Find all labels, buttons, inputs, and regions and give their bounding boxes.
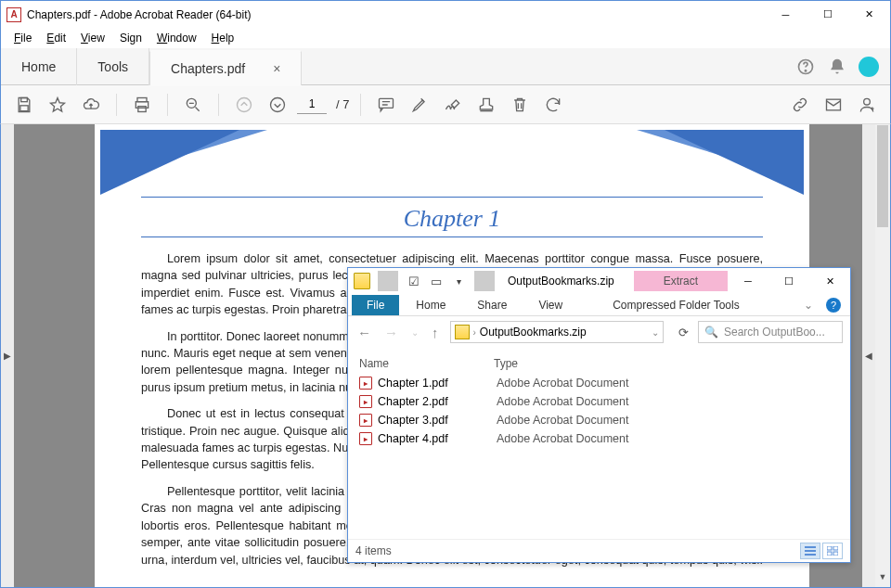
zip-icon <box>352 271 372 291</box>
tab-tools[interactable]: Tools <box>77 48 149 85</box>
menu-help[interactable]: Help <box>206 30 240 46</box>
refresh-icon[interactable]: ⟳ <box>678 326 689 339</box>
acrobat-titlebar: A Chapters.pdf - Adobe Acrobat Reader (6… <box>0 0 891 28</box>
menu-window[interactable]: Window <box>151 30 202 46</box>
explorer-close-button[interactable]: ✕ <box>809 268 850 294</box>
col-type[interactable]: Type <box>494 357 518 370</box>
page-total: / 7 <box>336 97 349 111</box>
zoom-icon[interactable] <box>179 91 207 119</box>
file-row[interactable]: ▸ Chapter 4.pdf Adobe Acrobat Document <box>357 429 841 448</box>
svg-point-1 <box>805 70 806 71</box>
file-name: Chapter 3.pdf <box>378 414 491 427</box>
explorer-navbar: ← → ⌄ ↑ › OutputBookmarks.zip ⌄ ⟳ 🔍 Sear… <box>348 316 850 348</box>
save-icon[interactable] <box>10 91 38 119</box>
nav-up-icon[interactable]: ↑ <box>430 325 441 340</box>
page-number-input[interactable] <box>297 96 327 114</box>
ribbon-view[interactable]: View <box>523 295 577 315</box>
close-button[interactable]: ✕ <box>848 1 890 28</box>
star-icon[interactable] <box>44 91 71 119</box>
nav-recent-icon[interactable]: ⌄ <box>409 327 420 338</box>
pdf-icon: ▸ <box>359 432 372 445</box>
extract-context-tab[interactable]: Extract <box>634 271 728 291</box>
sign-icon[interactable] <box>439 91 467 119</box>
svg-rect-2 <box>21 97 28 101</box>
tab-document[interactable]: Chapters.pdf × <box>149 50 302 85</box>
col-name[interactable]: Name <box>359 357 494 370</box>
item-count: 4 items <box>355 544 392 557</box>
cloud-upload-icon[interactable] <box>77 91 105 119</box>
search-icon: 🔍 <box>704 326 718 339</box>
decor-triangle <box>100 130 239 195</box>
file-name: Chapter 4.pdf <box>378 432 491 445</box>
email-icon[interactable] <box>820 91 847 119</box>
menu-sign[interactable]: Sign <box>114 30 148 46</box>
file-row[interactable]: ▸ Chapter 2.pdf Adobe Acrobat Document <box>357 392 841 411</box>
avatar[interactable] <box>853 51 885 83</box>
help-icon[interactable] <box>790 48 821 85</box>
nav-back-icon[interactable]: ← <box>355 325 373 340</box>
svg-rect-11 <box>827 99 841 110</box>
search-box[interactable]: 🔍 Search OutputBoo... <box>698 321 843 343</box>
stamp-icon[interactable] <box>472 91 500 119</box>
explorer-minimize-button[interactable]: ─ <box>728 268 768 294</box>
svg-rect-10 <box>380 98 394 108</box>
ribbon-file[interactable]: File <box>352 295 399 315</box>
ribbon-expand-icon[interactable]: ⌄ <box>798 299 819 312</box>
tab-row: Home Tools Chapters.pdf × <box>0 48 891 85</box>
window-title: Chapters.pdf - Adobe Acrobat Reader (64-… <box>27 8 765 21</box>
right-panel-handle[interactable]: ◀ <box>862 124 875 587</box>
qat-newfolder-icon[interactable]: ▭ <box>426 271 446 291</box>
print-icon[interactable] <box>128 91 156 119</box>
rotate-icon[interactable] <box>539 91 567 119</box>
minimize-button[interactable]: ─ <box>765 1 807 28</box>
column-headers[interactable]: Name Type <box>357 353 841 374</box>
ribbon-home[interactable]: Home <box>401 295 460 315</box>
chevron-icon[interactable]: › <box>473 327 476 338</box>
address-bar[interactable]: › OutputBookmarks.zip ⌄ <box>450 321 665 343</box>
rule <box>141 197 763 198</box>
menu-file[interactable]: File <box>8 30 37 46</box>
zip-icon <box>455 325 470 339</box>
left-panel-handle[interactable]: ▶ <box>1 124 14 587</box>
file-row[interactable]: ▸ Chapter 1.pdf Adobe Acrobat Document <box>357 374 841 392</box>
view-large-icon[interactable] <box>822 543 843 559</box>
explorer-maximize-button[interactable]: ☐ <box>768 268 809 294</box>
qat-properties-icon[interactable]: ☑ <box>404 271 424 291</box>
address-dropdown-icon[interactable]: ⌄ <box>652 327 659 338</box>
tab-close-icon[interactable]: × <box>273 61 280 76</box>
decor-triangle <box>665 130 804 195</box>
ribbon-share[interactable]: Share <box>462 295 522 315</box>
ribbon-compressed-tools[interactable]: Compressed Folder Tools <box>596 295 756 315</box>
explorer-help-icon[interactable]: ? <box>826 298 841 313</box>
file-name: Chapter 1.pdf <box>378 377 491 390</box>
svg-rect-19 <box>833 552 838 556</box>
file-type: Adobe Acrobat Document <box>497 414 628 427</box>
pdf-icon: ▸ <box>359 414 372 427</box>
delete-icon[interactable] <box>506 91 534 119</box>
menu-view[interactable]: View <box>75 30 110 46</box>
svg-rect-18 <box>827 552 832 556</box>
maximize-button[interactable]: ☐ <box>807 1 848 28</box>
page-up-icon[interactable] <box>230 91 258 119</box>
search-placeholder: Search OutputBoo... <box>724 326 825 339</box>
view-details-icon[interactable] <box>800 543 820 559</box>
qat-dropdown-icon[interactable]: ▾ <box>448 271 469 291</box>
nav-forward-icon[interactable]: → <box>382 325 400 340</box>
explorer-titlebar[interactable]: ☑ ▭ ▾ OutputBookmarks.zip Extract ─ ☐ ✕ <box>348 268 850 294</box>
highlight-icon[interactable] <box>406 91 433 119</box>
link-icon[interactable] <box>786 91 814 119</box>
explorer-title: OutputBookmarks.zip <box>508 275 614 288</box>
tab-home[interactable]: Home <box>1 48 77 85</box>
address-crumb[interactable]: OutputBookmarks.zip <box>480 326 587 339</box>
share-user-icon[interactable] <box>853 91 881 119</box>
svg-rect-16 <box>827 546 832 550</box>
comment-icon[interactable] <box>372 91 400 119</box>
scroll-thumb[interactable] <box>877 125 888 227</box>
scroll-down-icon[interactable]: ▼ <box>875 572 890 587</box>
svg-point-12 <box>864 98 871 105</box>
file-row[interactable]: ▸ Chapter 3.pdf Adobe Acrobat Document <box>357 411 841 429</box>
scrollbar[interactable]: ▲ ▼ <box>875 124 890 587</box>
menu-edit[interactable]: Edit <box>41 30 71 46</box>
page-down-icon[interactable] <box>264 91 291 119</box>
bell-icon[interactable] <box>821 48 853 85</box>
